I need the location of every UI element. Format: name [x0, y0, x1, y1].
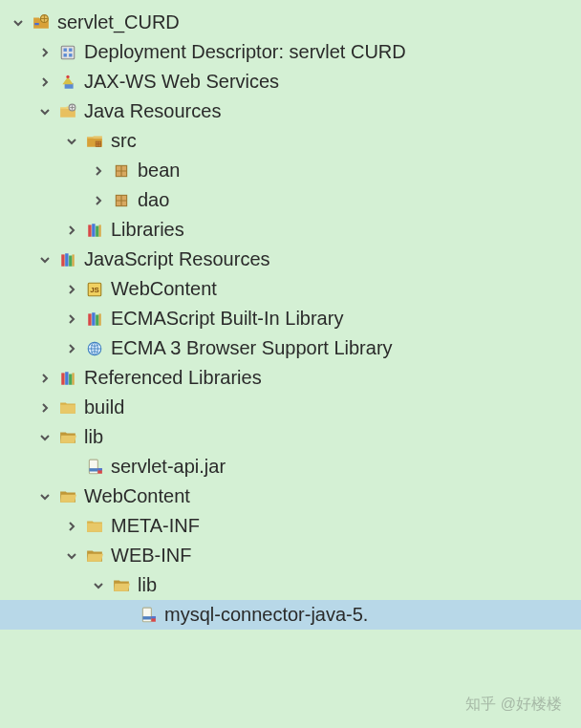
chevron-right-icon[interactable] — [90, 195, 107, 206]
tree-node[interactable]: WEB-INF — [0, 541, 581, 570]
svg-rect-31 — [69, 374, 72, 384]
svg-rect-20 — [73, 254, 75, 266]
project-icon — [31, 12, 52, 33]
chevron-down-icon[interactable] — [36, 432, 54, 443]
tree-node-label: JAX-WS Web Services — [84, 71, 279, 93]
jax-ws-icon — [57, 72, 78, 93]
project-tree: servlet_CURDDeployment Descriptor: servl… — [0, 8, 581, 630]
webcontent-icon: JS — [84, 279, 105, 300]
svg-rect-30 — [65, 372, 68, 385]
chevron-down-icon[interactable] — [63, 136, 80, 147]
tree-node-label: dao — [138, 189, 169, 211]
tree-node[interactable]: JSWebContent — [0, 274, 581, 304]
svg-rect-14 — [92, 224, 95, 237]
tree-node[interactable]: lib — [0, 422, 581, 452]
chevron-down-icon[interactable] — [36, 106, 54, 118]
jar-icon — [138, 605, 159, 626]
tree-node[interactable]: Libraries — [0, 215, 581, 245]
tree-node[interactable]: Deployment Descriptor: servlet CURD — [0, 37, 581, 67]
chevron-down-icon[interactable] — [36, 254, 54, 266]
library-icon — [84, 309, 105, 330]
chevron-down-icon[interactable] — [36, 491, 54, 503]
watermark: 知乎 @好楼楼 — [465, 695, 562, 715]
package-icon — [111, 190, 132, 211]
tree-node[interactable]: servlet_CURD — [0, 8, 581, 37]
tree-node-label: lib — [84, 426, 103, 448]
folder-open-icon — [111, 575, 132, 596]
chevron-right-icon[interactable] — [63, 343, 80, 354]
chevron-right-icon[interactable] — [36, 47, 54, 58]
tree-node[interactable]: WebContent — [0, 482, 581, 511]
tree-node-label: WebContent — [84, 485, 190, 507]
tree-node-label: Libraries — [111, 219, 184, 241]
svg-rect-37 — [142, 608, 151, 622]
svg-rect-33 — [89, 460, 97, 474]
chevron-right-icon[interactable] — [90, 165, 107, 177]
tree-node[interactable]: dao — [0, 185, 581, 215]
tree-node[interactable]: src — [0, 126, 581, 156]
tree-node[interactable]: build — [0, 393, 581, 422]
svg-rect-1 — [34, 23, 39, 25]
tree-node-label: JavaScript Resources — [84, 248, 270, 270]
svg-point-8 — [66, 75, 69, 77]
deployment-descriptor-icon — [57, 42, 78, 63]
folder-open-icon — [57, 486, 78, 507]
tree-node-label: servlet_CURD — [57, 11, 180, 33]
chevron-down-icon[interactable] — [63, 550, 80, 562]
chevron-right-icon[interactable] — [36, 373, 54, 384]
chevron-right-icon[interactable] — [63, 284, 80, 295]
tree-node-label: src — [111, 130, 137, 152]
svg-rect-25 — [96, 314, 98, 325]
tree-node[interactable]: ECMAScript Built-In Library — [0, 304, 581, 333]
svg-rect-13 — [88, 225, 91, 236]
chevron-down-icon[interactable] — [90, 580, 107, 591]
chevron-down-icon[interactable] — [10, 17, 27, 29]
tree-node-label: WEB-INF — [111, 545, 191, 567]
svg-rect-19 — [69, 255, 72, 266]
svg-rect-5 — [64, 54, 67, 56]
svg-rect-2 — [61, 46, 75, 59]
library-icon — [84, 220, 105, 241]
tree-node-label: lib — [138, 574, 157, 596]
folder-icon — [57, 397, 78, 418]
chevron-right-icon[interactable] — [63, 521, 80, 532]
chevron-right-icon[interactable] — [63, 313, 80, 325]
tree-node-label: WebContent — [111, 278, 217, 300]
svg-rect-38 — [142, 616, 151, 619]
tree-node[interactable]: JAX-WS Web Services — [0, 67, 581, 96]
tree-node[interactable]: mysql-connector-java-5. — [0, 600, 581, 630]
tree-node[interactable]: JavaScript Resources — [0, 245, 581, 274]
chevron-right-icon[interactable] — [36, 76, 54, 88]
svg-rect-36 — [97, 468, 102, 470]
tree-node-label: Java Resources — [84, 100, 221, 122]
globe-icon — [84, 338, 105, 359]
chevron-right-icon[interactable] — [63, 225, 80, 236]
library-icon — [57, 249, 78, 270]
folder-icon — [84, 516, 105, 537]
tree-node[interactable]: bean — [0, 156, 581, 185]
tree-node[interactable]: Referenced Libraries — [0, 363, 581, 393]
svg-rect-3 — [64, 48, 67, 51]
svg-rect-15 — [96, 225, 98, 236]
svg-rect-40 — [151, 616, 156, 618]
java-resources-icon — [57, 101, 78, 122]
library-icon — [57, 368, 78, 389]
tree-node[interactable]: servlet-api.jar — [0, 452, 581, 482]
tree-node-label: META-INF — [111, 515, 200, 537]
tree-node-label: ECMAScript Built-In Library — [111, 308, 343, 330]
chevron-right-icon[interactable] — [36, 402, 54, 414]
svg-rect-23 — [88, 313, 91, 325]
tree-node[interactable]: lib — [0, 570, 581, 600]
tree-node[interactable]: META-INF — [0, 511, 581, 541]
svg-rect-6 — [69, 54, 72, 56]
tree-node[interactable]: ECMA 3 Browser Support Library — [0, 333, 581, 363]
svg-rect-26 — [99, 313, 101, 325]
source-folder-icon — [84, 131, 105, 152]
jar-icon — [84, 457, 105, 478]
svg-text:JS: JS — [90, 286, 99, 294]
tree-node[interactable]: Java Resources — [0, 96, 581, 126]
package-icon — [111, 161, 132, 182]
svg-rect-16 — [99, 225, 101, 236]
svg-rect-4 — [69, 48, 72, 51]
tree-node-label: Deployment Descriptor: servlet CURD — [84, 41, 406, 63]
